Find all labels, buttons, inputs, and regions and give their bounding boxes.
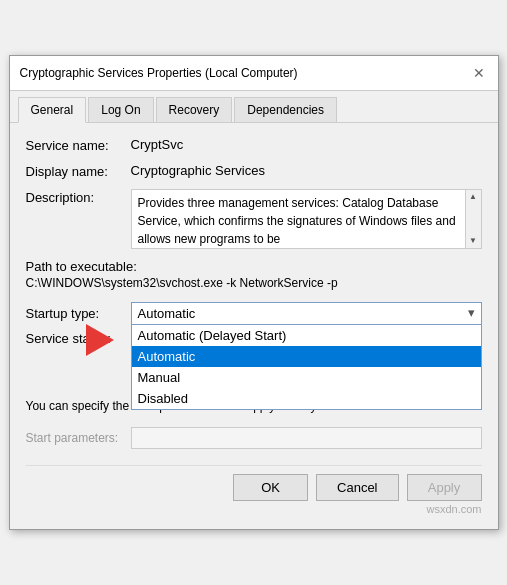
start-params-row: Start parameters: (26, 427, 482, 449)
scroll-down-icon[interactable]: ▼ (469, 235, 477, 247)
service-status-label: Service status: (26, 331, 131, 346)
path-value: C:\WINDOWS\system32\svchost.exe -k Netwo… (26, 276, 482, 290)
display-name-label: Display name: (26, 163, 131, 179)
startup-option-disabled[interactable]: Disabled (132, 388, 481, 409)
main-window: Cryptographic Services Properties (Local… (9, 55, 499, 530)
startup-option-manual[interactable]: Manual (132, 367, 481, 388)
startup-option-delayed[interactable]: Automatic (Delayed Start) (132, 325, 481, 346)
description-scrollbar[interactable]: ▲ ▼ (465, 190, 481, 248)
apply-button[interactable]: Apply (407, 474, 482, 501)
content-area: Service name: CryptSvc Display name: Cry… (10, 123, 498, 529)
tab-bar: General Log On Recovery Dependencies (10, 91, 498, 123)
service-name-label: Service name: (26, 137, 131, 153)
cancel-button[interactable]: Cancel (316, 474, 398, 501)
description-text: Provides three management services: Cata… (138, 194, 475, 248)
startup-option-automatic[interactable]: Automatic (132, 346, 481, 367)
close-button[interactable]: ✕ (470, 64, 488, 82)
bottom-buttons: OK Cancel Apply (26, 465, 482, 501)
startup-dropdown[interactable]: Automatic (131, 302, 482, 325)
scroll-up-icon[interactable]: ▲ (469, 191, 477, 203)
tab-logon[interactable]: Log On (88, 97, 153, 122)
tab-dependencies[interactable]: Dependencies (234, 97, 337, 122)
tab-general[interactable]: General (18, 97, 87, 123)
description-label: Description: (26, 189, 131, 205)
window-title: Cryptographic Services Properties (Local… (20, 66, 298, 80)
display-name-row: Display name: Cryptographic Services (26, 163, 482, 179)
display-name-value: Cryptographic Services (131, 163, 482, 178)
startup-type-label: Startup type: (26, 302, 131, 321)
description-row: Description: Provides three management s… (26, 189, 482, 249)
title-bar: Cryptographic Services Properties (Local… (10, 56, 498, 91)
watermark: wsxdn.com (26, 503, 482, 515)
startup-dropdown-wrapper: Automatic Automatic (Delayed Start) Auto… (131, 302, 482, 325)
service-name-value: CryptSvc (131, 137, 482, 152)
tab-recovery[interactable]: Recovery (156, 97, 233, 122)
path-section: Path to executable: C:\WINDOWS\system32\… (26, 259, 482, 290)
description-box: Provides three management services: Cata… (131, 189, 482, 249)
red-arrow-indicator (86, 324, 114, 359)
start-params-input[interactable] (131, 427, 482, 449)
start-params-label: Start parameters: (26, 431, 131, 445)
ok-button[interactable]: OK (233, 474, 308, 501)
service-name-row: Service name: CryptSvc (26, 137, 482, 153)
startup-dropdown-list: Automatic (Delayed Start) Automatic Manu… (131, 325, 482, 410)
path-label: Path to executable: (26, 259, 482, 274)
